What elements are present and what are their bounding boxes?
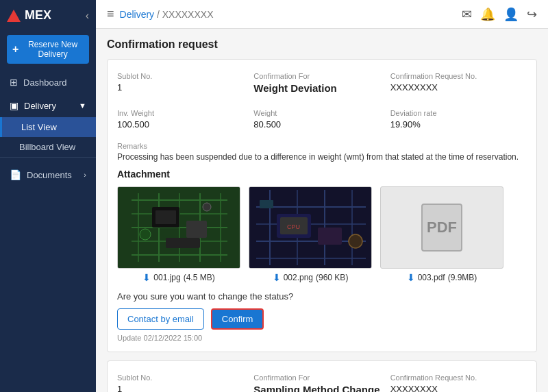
breadcrumb: Delivery / XXXXXXXX	[120, 9, 214, 20]
sidebar-logo: MEX ‹	[0, 0, 96, 31]
bell-icon[interactable]: 🔔	[480, 7, 495, 22]
attachment-item-2: CPU ⬇ 002.png (960 KB)	[249, 186, 372, 283]
main-area: ≡ Delivery / XXXXXXXX ✉ 🔔 👤 ↪ Confirmati…	[96, 0, 548, 392]
sublot-label: Sublot No.	[117, 72, 247, 80]
card2-info-grid: Sublot No. 1 Confirmation For Sampling M…	[117, 371, 527, 392]
sidebar: MEX ‹ + Reserve New Delivery ⊞ Dashboard…	[0, 0, 96, 392]
info-grid-top: Sublot No. 1 Confirmation For Weight Dev…	[117, 69, 527, 135]
download-icon-1[interactable]: ⬇	[142, 272, 151, 283]
reserve-new-delivery-button[interactable]: + Reserve New Delivery	[7, 35, 89, 64]
plus-icon: +	[12, 43, 18, 56]
deviation-label: Deviation rate	[390, 109, 520, 117]
card2-conf-req-label: Confirmation Request No.	[390, 373, 520, 382]
hamburger-icon[interactable]: ≡	[107, 7, 114, 21]
attachment-size-1: (4.5 MB)	[184, 273, 215, 282]
chevron-down-icon: ▼	[79, 101, 86, 110]
sidebar-item-dashboard[interactable]: ⊞ Dashboard	[0, 71, 96, 94]
page-content: Confirmation request Sublot No. 1 Confir…	[96, 29, 548, 392]
mex-logo: MEX	[7, 8, 51, 23]
attachment-label-2: ⬇ 002.png (960 KB)	[273, 272, 349, 283]
download-icon-2[interactable]: ⬇	[273, 272, 281, 283]
remarks-label: Remarks	[117, 142, 527, 150]
attachments-container: ⬇ 001.jpg (4.5 MB)	[117, 186, 527, 283]
breadcrumb-delivery-link[interactable]: Delivery	[120, 9, 155, 20]
card2-sublot-label: Sublot No.	[117, 373, 247, 382]
deviation-cell: Deviation rate 19.90%	[390, 106, 527, 135]
update-text: Update 02/12/2022 15:00	[117, 334, 527, 342]
card2-sublot-cell: Sublot No. 1	[117, 371, 253, 392]
svg-point-30	[349, 234, 362, 248]
contact-by-email-button[interactable]: Contact by email	[117, 308, 204, 330]
card2-sublot-value: 1	[117, 384, 247, 392]
svg-rect-12	[155, 210, 176, 224]
reserve-btn-label: Reserve New Delivery	[22, 40, 84, 59]
card2-conf-req-cell: Confirmation Request No. XXXXXXXX	[390, 371, 527, 392]
conf-for-label: Confirmation For	[253, 72, 383, 80]
confirm-button[interactable]: Confirm	[211, 308, 264, 330]
attachment-size-2: (960 KB)	[316, 273, 348, 282]
mail-icon[interactable]: ✉	[462, 7, 472, 22]
svg-rect-31	[260, 200, 273, 208]
sidebar-item-label: Documents	[27, 170, 72, 180]
sidebar-item-list-view[interactable]: List View	[0, 117, 96, 137]
delivery-icon: ▣	[10, 100, 18, 111]
attachment-item-3: PDF ⬇ 003.pdf (9.9MB)	[380, 186, 503, 283]
conf-for-cell: Confirmation For Weight Deviation	[253, 69, 390, 99]
inv-weight-label: Inv. Weight	[117, 109, 247, 117]
pdf-icon: PDF	[421, 204, 462, 252]
sublot-value: 1	[117, 82, 247, 93]
remarks-section: Remarks Processing has been suspended du…	[117, 142, 527, 162]
pcb2-image: CPU	[249, 186, 371, 269]
conf-req-cell: Confirmation Request No. XXXXXXXX	[390, 69, 527, 99]
attachment-thumb-3[interactable]: PDF	[380, 186, 503, 269]
weight-label: Weight	[253, 109, 383, 117]
sidebar-bottom: 📄 Documents ›	[0, 157, 96, 192]
topbar-icons: ✉ 🔔 👤 ↪	[462, 7, 537, 22]
svg-rect-29	[318, 228, 342, 245]
mex-triangle-icon	[7, 10, 21, 22]
download-icon-3[interactable]: ⬇	[407, 272, 415, 283]
sidebar-collapse-icon[interactable]: ‹	[86, 10, 89, 22]
chevron-right-icon: ›	[84, 171, 86, 179]
sidebar-item-documents[interactable]: 📄 Documents ›	[0, 163, 96, 186]
attachment-item-1: ⬇ 001.jpg (4.5 MB)	[117, 186, 240, 283]
remarks-text: Processing has been suspended due to a d…	[117, 152, 527, 162]
weight-cell: Weight 80.500	[253, 106, 390, 135]
attachment-label-1: ⬇ 001.jpg (4.5 MB)	[142, 272, 214, 283]
attachment-filename-3: 003.pdf	[418, 273, 445, 282]
breadcrumb-separator: /	[157, 9, 162, 20]
sidebar-delivery-subnav: List View Billboard View	[0, 117, 96, 157]
attachment-filename-1: 001.jpg	[153, 273, 180, 282]
attachment-thumb-1[interactable]	[117, 186, 240, 269]
confirm-question: Are you sure you want to change the stat…	[117, 291, 527, 302]
card2-conf-req-value: XXXXXXXX	[390, 384, 520, 392]
attachment-title: Attachment	[117, 169, 527, 180]
attachment-size-3: (9.9MB)	[448, 273, 477, 282]
weight-value: 80.500	[253, 119, 383, 130]
conf-req-label: Confirmation Request No.	[390, 72, 520, 80]
sidebar-item-delivery[interactable]: ▣ Delivery ▼	[0, 94, 96, 117]
attachment-thumb-2[interactable]: CPU	[249, 186, 372, 269]
sublot-cell: Sublot No. 1	[117, 69, 253, 99]
conf-for-value: Weight Deviation	[253, 82, 383, 94]
confirmation-card-2: Sublot No. 1 Confirmation For Sampling M…	[107, 360, 537, 392]
user-icon[interactable]: 👤	[503, 7, 519, 22]
inv-weight-cell: Inv. Weight 100.500	[117, 106, 253, 135]
topbar: ≡ Delivery / XXXXXXXX ✉ 🔔 👤 ↪	[96, 0, 548, 29]
svg-point-15	[203, 203, 211, 211]
conf-req-value: XXXXXXXX	[390, 82, 520, 93]
attachment-filename-2: 002.png	[284, 273, 313, 282]
svg-point-14	[140, 229, 151, 240]
svg-text:CPU: CPU	[287, 223, 300, 230]
sidebar-item-label: Delivery	[24, 101, 56, 111]
sidebar-nav: ⊞ Dashboard ▣ Delivery ▼ List View Billb…	[0, 68, 96, 392]
logout-icon[interactable]: ↪	[527, 7, 537, 22]
pcb1-image	[118, 186, 240, 269]
topbar-left: ≡ Delivery / XXXXXXXX	[107, 7, 213, 21]
card2-conf-for-value: Sampling Method Change	[253, 384, 383, 392]
sidebar-item-billboard-view[interactable]: Billboard View	[0, 137, 96, 157]
inv-weight-value: 100.500	[117, 119, 247, 130]
card2-conf-for-cell: Confirmation For Sampling Method Change	[253, 371, 390, 392]
svg-rect-13	[186, 221, 207, 238]
attachment-label-3: ⬇ 003.pdf (9.9MB)	[407, 272, 477, 283]
